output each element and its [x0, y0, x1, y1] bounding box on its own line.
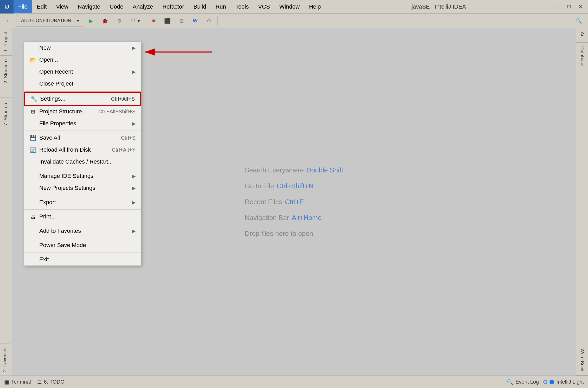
menu-run[interactable]: Run [211, 0, 231, 13]
sidebar-tab-structure[interactable]: 2: Structure [0, 55, 12, 87]
hint-text-area: Search Everywhere Double Shift Go to Fil… [245, 166, 343, 238]
todo-icon: ☰ [37, 379, 42, 385]
add-config-label: ADD CONFIGURATION... [21, 18, 75, 23]
menu-edit[interactable]: Edit [32, 0, 51, 13]
search-icon: 🔍 [576, 18, 582, 24]
arrow-icon: ▶ [132, 199, 136, 205]
terminal-icon: ▣ [4, 379, 9, 385]
theme-label: IntelliJ Light [556, 379, 584, 385]
profile-button[interactable]: ⏱ ▾ [127, 15, 144, 27]
add-configuration-button[interactable]: ADD CONFIGURATION... ▾ [16, 15, 84, 27]
navigate-icon: ⊞ [180, 18, 184, 24]
debug-icon: 🐞 [102, 18, 108, 24]
navigate-button[interactable]: ⊞ [176, 15, 188, 27]
todo-button[interactable]: ☰ 6: TODO [37, 379, 65, 385]
coverage-icon: ⚙ [117, 18, 122, 24]
menu-sep4 [24, 195, 141, 195]
debug-button[interactable]: 🐞 [98, 15, 112, 27]
open-icon: 📂 [29, 57, 37, 63]
stop-button[interactable]: ■ [148, 15, 159, 27]
menu-entry-power-save[interactable]: Power Save Mode [24, 239, 141, 251]
menu-code[interactable]: Code [105, 0, 128, 13]
run-icon: ▶ [89, 18, 93, 24]
word-icon: W [193, 18, 198, 24]
menu-tools[interactable]: Tools [231, 0, 253, 13]
sidebar-tab-ant[interactable]: Ant [576, 28, 588, 43]
sidebar-tab-favorites[interactable]: 2: Favorites [0, 344, 10, 376]
window-controls: — □ ✕ [552, 2, 588, 11]
menu-build[interactable]: Build [189, 0, 211, 13]
event-log-button[interactable]: 🔍 Event Log [507, 379, 539, 385]
menu-file[interactable]: File [14, 0, 32, 13]
save-all-icon: 💾 [29, 135, 37, 141]
status-bar-right: 🔍 Event Log G IntelliJ Light [507, 379, 584, 385]
menu-entry-add-favorites[interactable]: Add to Favorites ▶ [24, 225, 141, 237]
menu-refactor[interactable]: Refactor [158, 0, 189, 13]
menu-sep7 [24, 238, 141, 238]
back-icon: ← [6, 18, 11, 24]
sidebar-tab-database[interactable]: Database [576, 43, 588, 70]
dropdown-small-icon: ▾ [137, 18, 140, 24]
run-button[interactable]: ▶ [85, 15, 97, 27]
maximize-button[interactable]: □ [564, 2, 574, 11]
menu-entry-close-project[interactable]: Close Project [24, 78, 141, 90]
toolbar-sep2 [217, 16, 218, 25]
menu-navigate[interactable]: Navigate [73, 0, 105, 13]
menu-entry-invalidate-caches[interactable]: Invalidate Caches / Restart... [24, 156, 141, 168]
sidebar-tab-project[interactable]: 1: Project [0, 28, 12, 55]
theme-indicator[interactable]: G IntelliJ Light [543, 379, 584, 385]
menu-entry-save-all[interactable]: 💾 Save All Ctrl+S [24, 132, 141, 144]
dropdown-arrow-icon: ▾ [77, 18, 79, 24]
menu-entry-open[interactable]: 📂 Open... [24, 54, 141, 66]
content-area: Search Everywhere Double Shift Go to Fil… [12, 28, 576, 376]
terminal-button[interactable]: ▣ Terminal [4, 379, 31, 385]
menu-sep3 [24, 169, 141, 169]
run-with-coverage-button[interactable]: ⚙ [113, 15, 126, 27]
minimize-button[interactable]: — [552, 2, 563, 11]
menu-entry-project-structure[interactable]: ⊞ Project Structure... Ctrl+Alt+Shift+S [24, 106, 141, 118]
close-button[interactable]: ✕ [575, 2, 586, 11]
toolbar-sep1 [146, 16, 146, 25]
sidebar-tab-word-book[interactable]: Word Book [576, 345, 588, 376]
app-logo: IJ [0, 0, 14, 14]
menu-entry-file-properties[interactable]: File Properties ▶ [24, 118, 141, 130]
menu-entry-print[interactable]: 🖨 Print... [24, 211, 141, 223]
theme-dot [549, 380, 554, 384]
profile-icon: ⏱ [131, 18, 136, 24]
menu-sep8 [24, 252, 141, 253]
word-icon-btn[interactable]: W [189, 15, 202, 27]
hint-nav-bar: Navigation Bar Alt+Home [245, 214, 343, 222]
left-sidebar: 1: Project 2: Structure 7: Structure 2: … [0, 28, 12, 376]
menu-entry-settings[interactable]: 🔧 Settings... Ctrl+Alt+S [24, 92, 141, 106]
update-button[interactable]: ⬛ [160, 15, 175, 27]
search-everywhere-button[interactable]: 🔍 [572, 15, 586, 27]
menu-entry-exit[interactable]: Exit [24, 254, 141, 266]
annotation-arrow [139, 42, 218, 62]
menu-analyze[interactable]: Analyze [128, 0, 158, 13]
menu-entry-new[interactable]: New ▶ [24, 42, 141, 54]
update-icon: ⬛ [164, 18, 171, 24]
google-icon: G [543, 379, 547, 385]
menu-entry-reload-disk[interactable]: 🔄 Reload All from Disk Ctrl+Alt+Y [24, 144, 141, 156]
menu-sep1 [24, 91, 141, 91]
settings-icon: 🔧 [30, 96, 37, 102]
menu-vcs[interactable]: VCS [253, 0, 274, 13]
menu-help[interactable]: Help [304, 0, 325, 13]
menu-entry-new-projects[interactable]: New Projects Settings ▶ [24, 182, 141, 194]
arrow-icon: ▶ [132, 228, 136, 234]
menu-window[interactable]: Window [274, 0, 304, 13]
hint-goto-file: Go to File Ctrl+Shift+N [245, 182, 343, 190]
hint-search: Search Everywhere Double Shift [245, 166, 343, 174]
menu-entry-manage-ide[interactable]: Manage IDE Settings ▶ [24, 170, 141, 182]
reload-icon: 🔄 [29, 147, 37, 153]
settings-icon-btn[interactable]: ⚙ [203, 15, 215, 27]
arrow-icon: ▶ [132, 69, 136, 75]
back-button[interactable]: ← [2, 15, 15, 27]
menu-view[interactable]: View [51, 0, 73, 13]
menu-entry-open-recent[interactable]: Open Recent ▶ [24, 66, 141, 78]
arrow-icon: ▶ [132, 45, 136, 51]
hint-drop-files: Drop files here to open [245, 230, 343, 238]
sidebar-tab-structure7[interactable]: 7: Structure [0, 98, 12, 129]
hint-recent-files: Recent Files Ctrl+E [245, 198, 343, 206]
menu-entry-export[interactable]: Export ▶ [24, 196, 141, 208]
